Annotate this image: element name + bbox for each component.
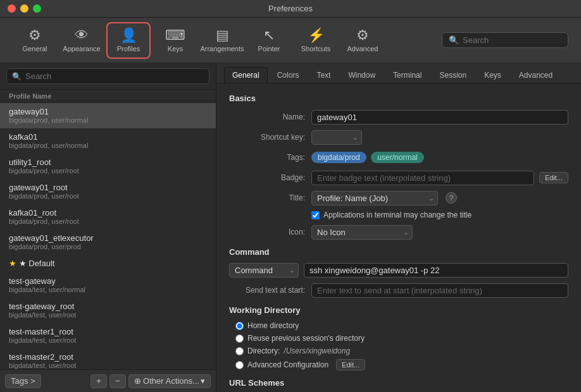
send-text-input[interactable] — [311, 283, 568, 298]
remove-profile-button[interactable]: − — [109, 374, 126, 388]
name-row: Name: — [229, 109, 568, 125]
title-checkbox-label: Applications in terminal may change the … — [323, 211, 472, 219]
icon-label: Icon: — [229, 228, 311, 236]
command-row: Command — [229, 263, 568, 278]
toolbar-item-label-pointer: Pointer — [258, 45, 280, 52]
tab-window[interactable]: Window — [340, 67, 384, 83]
title-value-container: Profile: Name (Job) ? — [311, 191, 568, 205]
reuse-session-radio[interactable] — [235, 334, 244, 343]
panel-content: Basics Name: Shortcut key: T — [216, 83, 581, 392]
sidebar-search-input[interactable] — [25, 71, 204, 81]
tab-text[interactable]: Text — [308, 67, 339, 83]
title-label: Title: — [229, 193, 311, 202]
keys-icon: ⌨ — [165, 28, 185, 42]
toolbar-item-general[interactable]: ⚙ General — [13, 22, 57, 59]
profile-item-test-gateway[interactable]: test-gatewaybigdata/test, user/normal — [0, 273, 216, 298]
profile-item-gateway01[interactable]: gateway01bigdata/prod, user/normal — [0, 103, 216, 128]
toolbar-search-input[interactable] — [463, 35, 561, 45]
toolbar-item-label-advanced: Advanced — [347, 45, 378, 52]
tags-label: Tags: — [229, 153, 311, 162]
directory-radio[interactable] — [235, 347, 244, 355]
advanced-config-radio[interactable] — [235, 361, 244, 369]
profile-item-utility1_root[interactable]: utility1_rootbigdata/prod, user/root — [0, 154, 216, 179]
minimize-button[interactable] — [20, 4, 28, 13]
profile-item-kafka01_root[interactable]: kafka01_rootbigdata/prod, user/root — [0, 204, 216, 230]
command-section: Command Command Send text at start: — [229, 247, 568, 298]
tags-button[interactable]: Tags > — [5, 374, 41, 388]
profile-item-gateway01_etlexecutor[interactable]: gateway01_etlexecutorbigdata/prod, user/… — [0, 230, 216, 255]
profile-name-test-master2_root: test-master2_root — [9, 352, 207, 362]
toolbar-search-box[interactable]: 🔍 — [442, 32, 568, 48]
tab-colors[interactable]: Colors — [269, 67, 308, 83]
toolbar-item-label-keys: Keys — [168, 45, 183, 52]
toolbar-item-arrangements[interactable]: ▤ Arrangements — [200, 22, 244, 59]
chevron-down-icon: ▾ — [201, 376, 205, 386]
profile-sub-test-gateway_root: bigdata/test, user/root — [9, 311, 207, 319]
badge-input[interactable] — [311, 171, 534, 185]
tab-advanced[interactable]: Advanced — [511, 67, 561, 83]
profile-name-default: ★ Default — [9, 259, 207, 268]
name-value-container — [311, 110, 568, 125]
badge-label: Badge: — [229, 173, 311, 182]
command-type-wrapper: Command — [229, 263, 299, 278]
command-section-title: Command — [229, 247, 568, 257]
maximize-button[interactable] — [33, 4, 41, 13]
shortcut-value-container — [311, 130, 568, 145]
advanced-config-radio-row: Advanced Configuration Edit... — [235, 359, 568, 371]
send-text-value-container — [311, 283, 568, 298]
close-button[interactable] — [8, 4, 16, 13]
toolbar-item-label-arrangements: Arrangements — [200, 45, 244, 52]
profile-item-test-master2_root[interactable]: test-master2_rootbigdata/test, user/root — [0, 348, 216, 369]
profile-name-gateway01_root: gateway01_root — [9, 183, 207, 192]
tab-terminal[interactable]: Terminal — [385, 67, 430, 83]
icon-value-container: No Icon — [311, 225, 568, 240]
profiles-icon: 👤 — [120, 28, 137, 42]
profile-item-kafka01[interactable]: kafka01bigdata/prod, user/normal — [0, 128, 216, 154]
profile-item-gateway01_root[interactable]: gateway01_rootbigdata/prod, user/root — [0, 179, 216, 204]
badge-edit-button[interactable]: Edit... — [539, 172, 568, 183]
home-dir-radio[interactable] — [235, 322, 244, 330]
profile-item-default[interactable]: ★ Default — [0, 255, 216, 273]
profile-item-test-gateway_root[interactable]: test-gateway_rootbigdata/test, user/root — [0, 298, 216, 323]
title-apps-checkbox[interactable] — [311, 211, 320, 219]
profile-sub-kafka01_root: bigdata/prod, user/root — [9, 217, 207, 225]
tag-user-normal: user/normal — [371, 152, 423, 163]
working-directory-section: Working Directory Home directory Reuse p… — [229, 305, 568, 371]
advanced-config-edit-button[interactable]: Edit... — [336, 359, 365, 371]
tab-keys[interactable]: Keys — [476, 67, 509, 83]
title-select[interactable]: Profile: Name (Job) — [311, 191, 438, 205]
profile-sub-test-master1_root: bigdata/test, user/root — [9, 336, 207, 344]
command-type-select[interactable]: Command — [229, 263, 299, 278]
sidebar: 🔍 Profile Name gateway01bigdata/prod, us… — [0, 63, 216, 392]
profile-item-test-master1_root[interactable]: test-master1_rootbigdata/test, user/root — [0, 323, 216, 348]
profile-name-test-gateway: test-gateway — [9, 276, 207, 286]
toolbar: ⚙ General 👁 Appearance 👤 Profiles ⌨ Keys… — [0, 18, 581, 63]
toolbar-item-appearance[interactable]: 👁 Appearance — [59, 22, 104, 59]
arrangements-icon: ▤ — [216, 28, 229, 42]
tab-session[interactable]: Session — [431, 67, 475, 83]
title-row: Title: Profile: Name (Job) ? — [229, 190, 568, 205]
profile-name-gateway01: gateway01 — [9, 107, 207, 116]
sidebar-search-inner[interactable]: 🔍 — [6, 68, 209, 84]
toolbar-item-profiles[interactable]: 👤 Profiles — [106, 22, 151, 59]
name-input[interactable] — [311, 110, 568, 125]
profile-sub-gateway01: bigdata/prod, user/normal — [9, 116, 207, 124]
profile-list-header: Profile Name — [0, 90, 216, 103]
tab-general[interactable]: General — [224, 67, 268, 83]
sidebar-search-container: 🔍 — [0, 63, 216, 90]
add-profile-button[interactable]: + — [91, 374, 107, 388]
title-help-button[interactable]: ? — [446, 192, 457, 204]
toolbar-item-label-shortcuts: Shortcuts — [301, 45, 330, 52]
toolbar-item-shortcuts[interactable]: ⚡ Shortcuts — [294, 22, 338, 59]
other-actions-button[interactable]: ⊕ Other Actions... ▾ — [128, 374, 211, 388]
toolbar-item-advanced[interactable]: ⚙ Advanced — [340, 22, 385, 59]
command-input[interactable] — [304, 263, 568, 278]
toolbar-item-pointer[interactable]: ↖ Pointer — [247, 22, 291, 59]
shortcut-row: Shortcut key: — [229, 130, 568, 145]
shortcut-select[interactable] — [311, 130, 362, 145]
title-select-wrapper: Profile: Name (Job) — [311, 191, 438, 205]
icon-row: Icon: No Icon — [229, 224, 568, 240]
icon-select[interactable]: No Icon — [311, 225, 413, 240]
toolbar-item-keys[interactable]: ⌨ Keys — [153, 22, 197, 59]
send-text-row: Send text at start: — [229, 283, 568, 298]
